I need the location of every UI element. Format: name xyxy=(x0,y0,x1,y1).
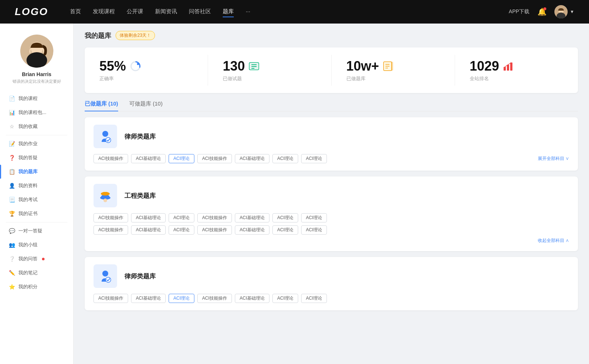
tag[interactable]: ACI基础理论 xyxy=(131,294,166,303)
sidebar-item-label: 一对一答疑 xyxy=(18,228,42,234)
tag[interactable]: ACI基础理论 xyxy=(235,294,269,303)
sidebar-item-question[interactable]: ❔ 我的问答 xyxy=(0,252,73,266)
tag[interactable]: ACI理论 xyxy=(169,225,194,235)
logo[interactable]: LOGO xyxy=(15,6,48,18)
tag[interactable]: ACI理论 xyxy=(272,213,298,222)
stat-done-banks: 10w+ 已做题库 xyxy=(332,55,455,86)
sidebar-avatar xyxy=(20,35,53,68)
tag[interactable]: ACI理论 xyxy=(301,294,327,303)
sidebar-username: Brian Harris xyxy=(22,71,51,77)
tag-active[interactable]: ACI理论 xyxy=(169,154,194,163)
sidebar-item-label: 我的考试 xyxy=(18,196,38,203)
one-on-one-icon: 💬 xyxy=(9,228,15,234)
sidebar-item-notes[interactable]: ✏️ 我的笔记 xyxy=(0,266,73,280)
sidebar-item-courses[interactable]: 📄 我的课程 xyxy=(0,92,73,106)
notification-bell[interactable]: 🔔 xyxy=(537,7,547,17)
tag[interactable]: ACI技能操作 xyxy=(197,213,232,222)
tag[interactable]: ACI技能操作 xyxy=(94,154,128,163)
tag[interactable]: ACI理论 xyxy=(272,225,298,235)
sidebar-item-exam[interactable]: 📃 我的考试 xyxy=(0,193,73,207)
stat-done-questions: 130 已做试题 xyxy=(208,55,331,86)
tag[interactable]: ACI理论 xyxy=(272,294,298,303)
tag[interactable]: ACI技能操作 xyxy=(197,294,232,303)
tags-row: ACI技能操作 ACI基础理论 ACI理论 ACI技能操作 ACI基础理论 AC… xyxy=(94,154,569,163)
bank-icon-lawyer xyxy=(94,125,117,148)
notes-icon: ✏️ xyxy=(9,270,15,276)
app-download[interactable]: APP下载 xyxy=(509,8,529,15)
stat-rank: 1029 全站排名 xyxy=(455,55,578,86)
sidebar-item-favorites[interactable]: ☆ 我的收藏 xyxy=(0,119,73,133)
tag[interactable]: ACI理论 xyxy=(301,225,327,235)
nav-open[interactable]: 公开课 xyxy=(127,7,143,17)
nav-news[interactable]: 新闻资讯 xyxy=(155,7,177,17)
tag[interactable]: ACI理论 xyxy=(272,154,298,163)
user-menu[interactable]: ▼ xyxy=(554,5,574,18)
stat-number: 55% xyxy=(99,58,126,74)
bank-card-header: 工程类题库 xyxy=(94,184,569,207)
nav-more[interactable]: ··· xyxy=(246,7,250,17)
sidebar-item-label: 我的收藏 xyxy=(18,123,38,130)
expand-button[interactable]: 展开全部科目 ∨ xyxy=(538,156,569,162)
tag[interactable]: ACI基础理论 xyxy=(235,213,269,222)
sidebar-divider-1 xyxy=(6,135,67,135)
sidebar-item-label: 我的答疑 xyxy=(18,154,38,161)
bank-name: 律师类题库 xyxy=(124,132,156,141)
page-header: 我的题库 体验剩余23天！ xyxy=(85,31,578,40)
stat-number: 130 xyxy=(223,58,245,74)
sidebar-divider-2 xyxy=(6,222,67,222)
tag[interactable]: ACI技能操作 xyxy=(94,225,128,235)
group-icon: 👥 xyxy=(9,242,15,248)
sidebar-item-group[interactable]: 👥 我的小组 xyxy=(0,238,73,252)
bank-name: 律师类题库 xyxy=(124,272,156,281)
tag[interactable]: ACI技能操作 xyxy=(94,294,128,303)
nav-qa[interactable]: 问答社区 xyxy=(189,7,211,17)
sidebar-item-homework[interactable]: 📝 我的作业 xyxy=(0,137,73,151)
stat-number: 1029 xyxy=(470,58,499,74)
cert-icon: 🏆 xyxy=(9,211,15,217)
tag[interactable]: ACI基础理论 xyxy=(131,154,166,163)
nav-home[interactable]: 首页 xyxy=(70,7,81,17)
sidebar-item-cert[interactable]: 🏆 我的证书 xyxy=(0,207,73,221)
stat-label: 全站排名 xyxy=(470,75,489,82)
collapse-button[interactable]: 收起全部科目 ∧ xyxy=(94,238,569,244)
chevron-down-icon: ▼ xyxy=(570,9,574,14)
tag[interactable]: ACI理论 xyxy=(169,213,194,222)
tag-active[interactable]: ACI理论 xyxy=(169,294,194,303)
tag[interactable]: ACI基础理论 xyxy=(131,213,166,222)
sidebar-item-label: 我的题库 xyxy=(18,168,38,175)
navbar: LOGO 首页 发现课程 公开课 新闻资讯 问答社区 题库 ··· APP下载 … xyxy=(0,0,589,24)
nav-discover[interactable]: 发现课程 xyxy=(93,7,115,17)
sidebar-item-label: 我的小组 xyxy=(18,242,38,248)
sidebar-item-points[interactable]: ⭐ 我的积分 xyxy=(0,280,73,294)
sidebar-item-one-on-one[interactable]: 💬 一对一答疑 xyxy=(0,224,73,238)
tag[interactable]: ACI基础理论 xyxy=(235,154,269,163)
sidebar-item-label: 我的笔记 xyxy=(18,270,38,276)
tag[interactable]: ACI基础理论 xyxy=(131,225,166,235)
page-wrap: Brian Harris 错误的决定比没有决定要好 📄 我的课程 📊 我的课程包… xyxy=(0,24,589,364)
tags-row-1: ACI技能操作 ACI基础理论 ACI理论 ACI技能操作 ACI基础理论 AC… xyxy=(94,213,569,222)
tag[interactable]: ACI理论 xyxy=(301,154,327,163)
tag[interactable]: ACI技能操作 xyxy=(197,154,232,163)
sidebar-item-bank[interactable]: 📋 我的题库 xyxy=(0,165,73,179)
note-chart xyxy=(383,61,394,71)
stat-top: 1029 xyxy=(470,58,514,74)
sidebar-item-qa[interactable]: ❓ 我的答疑 xyxy=(0,151,73,165)
tab-done[interactable]: 已做题库 (10) xyxy=(85,100,118,111)
sidebar-item-label: 我的课程 xyxy=(18,95,38,102)
sidebar-item-label: 我的资料 xyxy=(18,182,38,189)
sidebar-item-label: 我的作业 xyxy=(18,140,38,147)
tag[interactable]: ACI技能操作 xyxy=(197,225,232,235)
svg-rect-19 xyxy=(507,65,509,71)
tags-row-2: ACI技能操作 ACI基础理论 ACI理论 ACI技能操作 ACI基础理论 AC… xyxy=(94,225,569,235)
tag[interactable]: ACI基础理论 xyxy=(235,225,269,235)
tabs-row: 已做题库 (10) 可做题库 (10) xyxy=(85,100,578,111)
nav-bank[interactable]: 题库 xyxy=(223,7,234,17)
tag[interactable]: ACI理论 xyxy=(301,213,327,222)
qa-icon: ❓ xyxy=(9,155,15,161)
sidebar-item-profile[interactable]: 👤 我的资料 xyxy=(0,179,73,193)
bank-icon-engineer xyxy=(94,184,117,207)
sidebar-item-packages[interactable]: 📊 我的课程包... xyxy=(0,106,73,119)
page-title: 我的题库 xyxy=(85,31,111,40)
tag[interactable]: ACI技能操作 xyxy=(94,213,128,222)
tab-todo[interactable]: 可做题库 (10) xyxy=(129,100,163,111)
